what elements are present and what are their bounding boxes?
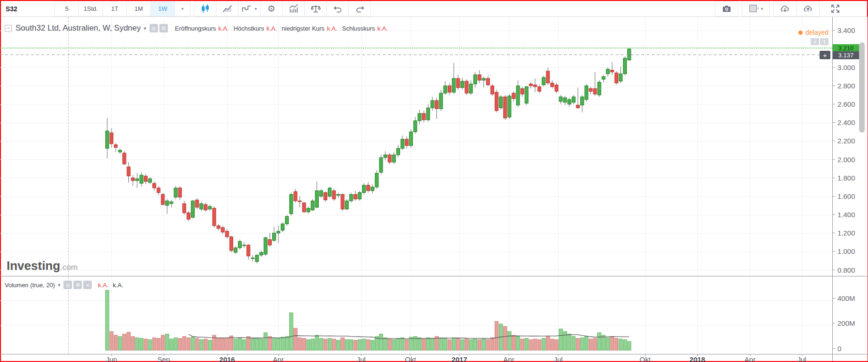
fullscreen-button[interactable]	[824, 1, 846, 16]
volume-header-buttons: ◎⚙×	[63, 281, 93, 289]
scroll-to-price-button[interactable]: ↓	[811, 38, 819, 45]
time-tick-label: 2016	[219, 355, 235, 362]
legend-value: k.A.	[218, 25, 229, 32]
add-alert-button[interactable]: +	[820, 51, 830, 59]
indicator-settings-button[interactable]: ⚙	[73, 281, 82, 289]
vertical-scrollbar[interactable]	[859, 42, 865, 133]
auto-scale-button[interactable]: ↕	[820, 38, 829, 45]
pane-settings-button[interactable]: ⚙	[159, 24, 168, 32]
pane-header-buttons: ◎⚙	[150, 24, 169, 32]
undo-button[interactable]	[326, 1, 349, 16]
legend-value: k.A.	[378, 25, 388, 32]
price-tick-label: 2.200	[833, 137, 855, 145]
show-hide-button[interactable]: ◎	[63, 281, 72, 289]
time-tick-label: Apr	[273, 355, 284, 362]
legend-label: niedrigster Kurs	[282, 25, 324, 32]
investing-watermark: Investing.com	[7, 259, 78, 273]
compare-icon	[241, 3, 252, 14]
interval-button-1M[interactable]: 1M	[126, 1, 151, 16]
interval-dropdown-button[interactable]: ▾	[174, 1, 190, 16]
chevron-down-icon: ▾	[254, 6, 257, 11]
chevron-down-icon: ▾	[761, 6, 763, 11]
chevron-down-icon[interactable]: ▾	[144, 25, 147, 31]
pane-divider[interactable]	[0, 276, 868, 276]
time-tick-label: Apr	[503, 355, 514, 362]
price-tick-label: 1.200	[833, 229, 855, 237]
interval-button-1W[interactable]: 1W	[150, 1, 175, 16]
time-axis-border	[0, 354, 868, 354]
interval-button-1Std.[interactable]: 1Std.	[79, 1, 103, 16]
volume-tick-label: 0	[833, 345, 841, 352]
toolbar-right-buttons: ▾	[715, 1, 846, 16]
cloud-upload-icon	[803, 3, 813, 14]
price-tick-label: 1.000	[833, 248, 855, 255]
time-tick-label: Okt	[405, 355, 416, 362]
time-axis[interactable]: JunSep2016AprJulOkt2017AprJulOkt2018AprJ…	[0, 354, 832, 362]
volume-pane-header: Volumen (true, 20) ▾ ◎⚙× k.A. k.A.	[5, 281, 123, 289]
legend-value: k.A.	[327, 25, 337, 32]
delayed-label: delayed	[805, 29, 829, 36]
top-toolbar: S32 51Std.1T1M1W ▾ ▾⚙ ▾	[1, 1, 867, 17]
chevron-down-icon[interactable]: ▾	[58, 282, 61, 288]
time-tick-label: Jul	[797, 355, 806, 362]
volume-title[interactable]: Volumen (true, 20)	[5, 282, 55, 289]
settings-button[interactable]: ⚙	[260, 1, 283, 16]
undo-icon	[332, 3, 343, 14]
time-tick-label: Apr	[744, 355, 755, 362]
time-tick-label: 2017	[451, 355, 467, 362]
price-tick-label: 3.400	[833, 27, 855, 34]
fullscreen-icon	[830, 3, 841, 14]
trading-chart-app: S32 51Std.1T1M1W ▾ ▾⚙ ▾ − South32 Ltd, A…	[0, 0, 868, 362]
symbol-search[interactable]: S32	[1, 1, 55, 16]
price-tick-label: 1.800	[833, 174, 855, 181]
layout-button[interactable]: ▾	[742, 1, 770, 16]
line-chart-icon	[222, 3, 233, 14]
legend-value: k.A.	[267, 25, 277, 32]
ohlc-legend: Eröffnungskursk.A.Höchstkursk.A.niedrigs…	[175, 25, 393, 32]
candlestick-style-button[interactable]	[194, 1, 216, 16]
remove-indicator-button[interactable]: ×	[83, 281, 92, 289]
volume-tick-label: 200M	[833, 320, 855, 327]
price-tick-label: 0.800	[833, 266, 855, 274]
chevron-down-icon: ▾	[181, 6, 183, 11]
legend-label: Eröffnungskurs	[175, 25, 216, 32]
watermark-suffix: .com	[60, 263, 78, 272]
redo-button[interactable]	[348, 1, 371, 16]
time-tick-label: Sep	[158, 355, 170, 362]
legend-label: Schlusskurs	[342, 25, 375, 32]
save-chart-button[interactable]	[796, 1, 820, 16]
cloud-download-icon	[780, 3, 790, 14]
volume-value-1: k.A.	[98, 282, 108, 289]
time-tick-label: 2018	[689, 355, 705, 362]
legend-label: Höchstkurs	[234, 25, 264, 32]
delayed-badge: delayed	[798, 29, 829, 36]
line-style-button[interactable]	[216, 1, 238, 16]
show-hide-button[interactable]: ◎	[150, 24, 158, 32]
indicators-button[interactable]	[282, 1, 305, 16]
snapshot-button[interactable]	[715, 1, 738, 16]
candlestick-icon	[200, 3, 211, 14]
chart-canvas[interactable]	[0, 0, 832, 354]
price-tick-label: 1.600	[833, 192, 855, 200]
interval-button-5[interactable]: 5	[55, 1, 79, 16]
layout-icon	[748, 3, 759, 14]
camera-icon	[721, 3, 732, 14]
load-chart-button[interactable]	[773, 1, 797, 16]
watermark-main: Investing	[7, 259, 60, 273]
delayed-dot-icon	[798, 31, 803, 35]
collapse-pane-icon[interactable]: −	[5, 25, 12, 32]
compare-button[interactable]: ▾	[238, 1, 260, 16]
main-pane-header: − South32 Ltd, Australien, W, Sydney ▾ ◎…	[5, 24, 393, 33]
scales-button[interactable]	[304, 1, 327, 16]
time-tick-label: Jul	[356, 355, 365, 362]
time-tick-label: Jun	[106, 355, 117, 362]
price-tick-label: 1.400	[833, 211, 855, 219]
interval-button-1T[interactable]: 1T	[103, 1, 127, 16]
chart-tool-buttons: ▾⚙	[194, 1, 371, 16]
symbol-title[interactable]: South32 Ltd, Australien, W, Sydney	[16, 24, 141, 33]
price-tick-label: 2.000	[833, 156, 855, 163]
price-tick-label: 2.400	[833, 119, 855, 126]
scales-icon	[310, 3, 321, 14]
volume-value-2: k.A.	[113, 282, 123, 289]
crosshair-price-label: 3.137	[833, 51, 859, 59]
